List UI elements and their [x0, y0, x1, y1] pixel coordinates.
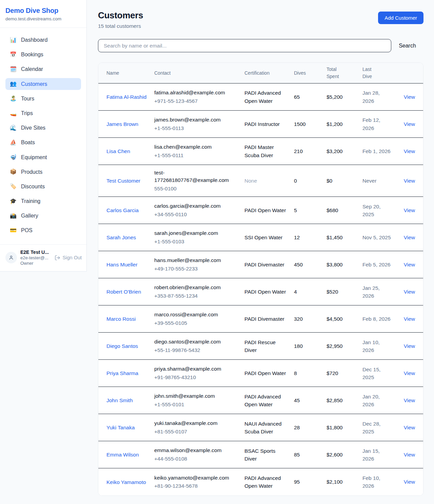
dives-cell: 8: [294, 370, 321, 376]
customer-name-link[interactable]: Lisa Chen: [106, 148, 130, 154]
dives-cell: 450: [294, 262, 321, 268]
customer-name-link[interactable]: Robert O'Brien: [106, 289, 141, 295]
sidebar-item-label: Trips: [21, 110, 33, 116]
view-link[interactable]: View: [404, 343, 415, 349]
view-link[interactable]: View: [404, 148, 415, 154]
sidebar-item-boats[interactable]: ⛵ Boats: [5, 136, 81, 148]
customer-name-link[interactable]: Test Customer: [106, 178, 140, 184]
pos-icon: 💳: [9, 228, 17, 233]
main-content: Customers 15 total customers Add Custome…: [87, 0, 434, 504]
sidebar-item-training[interactable]: 🎓 Training: [5, 195, 81, 207]
view-link[interactable]: View: [404, 235, 415, 240]
sidebar-item-products[interactable]: 📦 Products: [5, 166, 81, 178]
view-link[interactable]: View: [404, 425, 415, 430]
table-row: Marco Rossi marco.rossi@example.com +39-…: [98, 305, 423, 333]
customer-phone: +44-555-0108: [154, 455, 239, 463]
certification-cell: PADI Open Water: [244, 288, 289, 296]
sidebar-item-equipment[interactable]: 🤿 Equipment: [5, 151, 81, 163]
customer-phone: +81-555-0107: [154, 428, 239, 435]
customer-phone: +353-87-555-1234: [154, 292, 239, 300]
certification-cell: BSAC Sports Diver: [244, 447, 289, 463]
customer-email: emma.wilson@example.com: [154, 447, 239, 454]
sign-out-button[interactable]: Sign Out: [55, 255, 82, 261]
customer-count: 15 total customers: [98, 23, 143, 29]
table-row: Sarah Jones sarah.jones@example.com +1-5…: [98, 224, 423, 251]
sidebar-item-bookings[interactable]: 📅 Bookings: [5, 49, 81, 60]
sidebar-item-dashboard[interactable]: 📊 Dashboard: [5, 34, 81, 46]
add-customer-button[interactable]: Add Customer: [378, 12, 423, 24]
sidebar-item-label: Tours: [21, 95, 34, 102]
view-link[interactable]: View: [404, 262, 415, 267]
view-link[interactable]: View: [404, 452, 415, 458]
total-spent-cell: $520: [327, 289, 357, 295]
sidebar-item-label: Calendar: [21, 66, 43, 72]
view-link[interactable]: View: [404, 316, 415, 322]
sidebar-item-tours[interactable]: 🏝️ Tours: [5, 93, 81, 105]
customer-name-link[interactable]: Marco Rossi: [106, 316, 136, 322]
total-spent-cell: $2,850: [327, 397, 357, 404]
view-link[interactable]: View: [404, 479, 415, 485]
certification-cell: PADI Instructor: [244, 120, 289, 128]
sidebar-item-label: POS: [21, 227, 33, 234]
customer-phone: +39-555-0105: [154, 319, 239, 327]
customer-name-link[interactable]: Hans Mueller: [106, 262, 137, 267]
search-row: Search: [98, 39, 423, 52]
last-dive-cell: Feb 1, 2026: [362, 147, 391, 155]
contact-cell: test-1772681807767@example.com 555-0100: [154, 169, 239, 192]
customer-phone: +1-555-0113: [154, 125, 239, 132]
equipment-icon: 🤿: [9, 154, 17, 160]
view-link[interactable]: View: [404, 178, 415, 184]
customer-email: carlos.garcia@example.com: [154, 202, 239, 210]
customers-table: Name Contact Certification Dives Total S…: [98, 62, 423, 496]
page-header-text: Customers 15 total customers: [98, 10, 143, 29]
view-link[interactable]: View: [404, 121, 415, 127]
view-link[interactable]: View: [404, 289, 415, 295]
search-button[interactable]: Search: [391, 43, 423, 49]
customer-name-cell: Fatima Al-Rashid: [106, 93, 149, 101]
view-link[interactable]: View: [404, 207, 415, 213]
sidebar-item-customers[interactable]: 👥 Customers: [5, 78, 81, 90]
customer-phone: +1-555-0101: [154, 401, 239, 408]
certification-cell: PADI Divemaster: [244, 261, 289, 268]
contact-cell: james.brown@example.com +1-555-0113: [154, 116, 239, 132]
customer-phone: +1-555-0111: [154, 152, 239, 159]
sidebar-item-dive-sites[interactable]: 🌊 Dive Sites: [5, 122, 81, 134]
view-link[interactable]: View: [404, 370, 415, 376]
sidebar-item-discounts[interactable]: 🏷️ Discounts: [5, 181, 81, 192]
customer-email: test-1772681807767@example.com: [154, 169, 239, 184]
sidebar-item-trips[interactable]: 🚤 Trips: [5, 107, 81, 119]
customer-name-link[interactable]: Emma Wilson: [106, 452, 139, 458]
last-dive-cell: Jan 28, 2026: [362, 89, 391, 105]
actions-cell: View: [396, 148, 415, 154]
table-row: Priya Sharma priya.sharma@example.com +9…: [98, 360, 423, 387]
customer-name-link[interactable]: Fatima Al-Rashid: [106, 94, 146, 100]
customer-name-link[interactable]: James Brown: [106, 121, 138, 127]
actions-cell: View: [396, 397, 415, 404]
sidebar-item-label: Dashboard: [21, 37, 47, 43]
certification-cell: PADI Open Water: [244, 369, 289, 377]
customer-name-link[interactable]: Priya Sharma: [106, 370, 138, 376]
certification-cell: PADI Advanced Open Water: [244, 89, 289, 105]
total-spent-cell: $5,200: [327, 94, 357, 100]
certification-cell: PADI Open Water: [244, 206, 289, 214]
sidebar-item-gallery[interactable]: 📸 Gallery: [5, 210, 81, 222]
search-input[interactable]: [98, 39, 391, 52]
gallery-icon: 📸: [9, 213, 17, 219]
customer-name-cell: Carlos Garcia: [106, 206, 149, 214]
sidebar-item-calendar[interactable]: 🗓️ Calendar: [5, 63, 81, 75]
view-link[interactable]: View: [404, 94, 415, 100]
table-row: Carlos Garcia carlos.garcia@example.com …: [98, 197, 423, 224]
view-link[interactable]: View: [404, 397, 415, 403]
customer-name-link[interactable]: Keiko Yamamoto: [106, 479, 146, 485]
customer-name-link[interactable]: Yuki Tanaka: [106, 425, 135, 430]
training-icon: 🎓: [9, 199, 17, 204]
customer-name-link[interactable]: Carlos Garcia: [106, 207, 139, 213]
discounts-icon: 🏷️: [9, 184, 17, 189]
customer-name-link[interactable]: Sarah Jones: [106, 235, 136, 240]
customer-name-link[interactable]: Diego Santos: [106, 343, 138, 349]
sidebar-item-pos[interactable]: 💳 POS: [5, 224, 81, 236]
customer-name-link[interactable]: John Smith: [106, 397, 133, 403]
customer-name-cell: Emma Wilson: [106, 451, 149, 459]
table-row: Keiko Yamamoto keiko.yamamoto@example.co…: [98, 468, 423, 496]
table-row: Diego Santos diego.santos@example.com +5…: [98, 333, 423, 360]
